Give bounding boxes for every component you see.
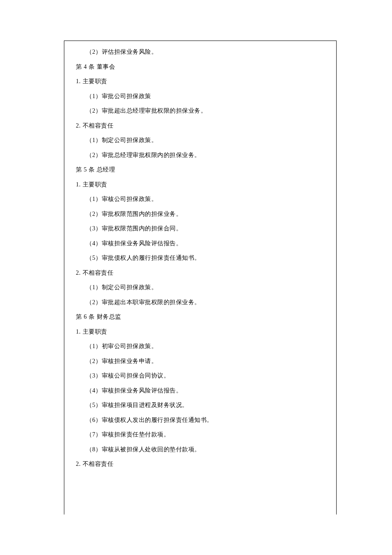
text-line: 1. 主要职责 (76, 78, 325, 84)
text-line: 第 6 条 财务总监 (76, 314, 325, 320)
text-line: （3）审核公司担保合同协议。 (76, 373, 325, 379)
text-line: （1）制定公司担保政策。 (76, 137, 325, 143)
text-line: 2. 不相容责任 (76, 123, 325, 129)
text-line: 1. 主要职责 (76, 329, 325, 335)
text-line: （5）审批债权人的履行担保责任通知书。 (76, 255, 325, 261)
text-line: 第 4 条 董事会 (76, 64, 325, 70)
text-line: 第 5 条 总经理 (76, 167, 325, 173)
text-line: （1）制定公司担保政策。 (76, 285, 325, 291)
text-line: （1）审批公司担保政策 (76, 93, 325, 99)
text-line: （1）审核公司担保政策。 (76, 196, 325, 202)
text-line: （2）审批超出本职审批权限的担保业务。 (76, 299, 325, 305)
text-line: （2）审批权限范围内的担保业务。 (76, 211, 325, 217)
text-line: （5）审核担保项目进程及财务状况。 (76, 402, 325, 408)
text-line: （2）评估担保业务风险。 (76, 49, 325, 55)
text-line: （8）审核从被担保人处收回的垫付款项。 (76, 447, 325, 453)
text-line: （3）审批权限范围内的担保合同。 (76, 226, 325, 232)
text-line: 2. 不相容责任 (76, 270, 325, 276)
text-line: （2）审核担保业务申请。 (76, 358, 325, 364)
text-line: （7）审核担保责任垫付款项。 (76, 432, 325, 438)
text-line: （2）审批超出总经理审批权限的担保业务。 (76, 108, 325, 114)
text-line: （1）初审公司担保政策。 (76, 343, 325, 349)
text-line: （6）审核债权人发出的履行担保责任通知书。 (76, 417, 325, 423)
document-body: （2）评估担保业务风险。 第 4 条 董事会 1. 主要职责 （1）审批公司担保… (64, 41, 337, 485)
text-line: （2）审批总经理审批权限内的担保业务。 (76, 152, 325, 158)
text-line: 2. 不相容责任 (76, 461, 325, 467)
text-line: （4）审核担保业务风险评估报告。 (76, 388, 325, 394)
text-line: 1. 主要职责 (76, 182, 325, 188)
text-line: （4）审核担保业务风险评估报告。 (76, 241, 325, 247)
